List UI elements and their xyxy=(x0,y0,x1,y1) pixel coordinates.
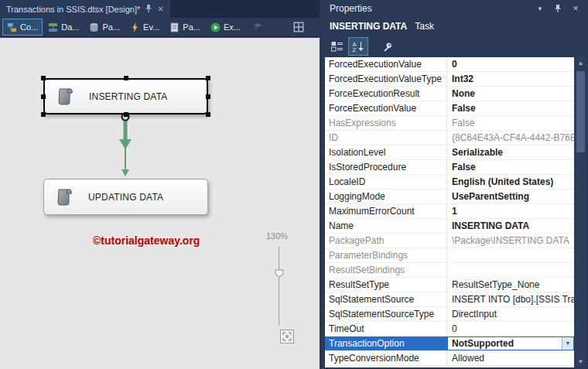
selection-handle[interactable] xyxy=(206,94,210,99)
precedence-constraint-arrow[interactable] xyxy=(101,111,150,183)
zoom-level-label: 130% xyxy=(258,231,296,241)
event-handlers-icon xyxy=(130,22,140,32)
task-label: UPDATING DATA xyxy=(88,192,163,203)
designer-tab-event-handlers[interactable]: Ev... xyxy=(126,19,163,35)
property-row[interactable]: IsStoredProcedureFalse xyxy=(325,160,574,175)
parameters-icon xyxy=(89,22,99,32)
window-grid-icon[interactable] xyxy=(293,22,304,32)
pin-icon[interactable] xyxy=(552,2,564,15)
property-row[interactable]: ResultSetBindings xyxy=(325,263,574,278)
selection-handle[interactable] xyxy=(206,76,210,80)
selection-handle[interactable] xyxy=(206,112,210,117)
execute-sql-task-icon xyxy=(54,186,76,208)
selection-handle[interactable] xyxy=(41,112,46,117)
document-tab-title: Transactions in SSIS.dtsx [Design]* xyxy=(6,5,140,14)
properties-titlebar[interactable]: Properties ▾ ✕ xyxy=(323,0,588,17)
pin-icon[interactable] xyxy=(145,4,152,15)
property-row[interactable]: MaximumErrorCount1 xyxy=(325,204,574,219)
alphabetical-sort-icon[interactable]: AZ xyxy=(349,38,368,55)
property-row[interactable]: TimeOut0 xyxy=(325,322,574,337)
property-row[interactable]: NameINSERTING DATA xyxy=(325,219,574,234)
designer-tab-label: Ev... xyxy=(143,22,159,32)
zoom-control: 130% xyxy=(258,231,296,241)
property-row[interactable]: ForceExecutionValueFalse xyxy=(325,101,574,116)
property-row[interactable]: ForcedExecutionValueTypeInt32 xyxy=(325,72,574,87)
scrollbar-thumb[interactable] xyxy=(576,71,585,152)
window-menu-icon[interactable]: ▾ xyxy=(534,2,546,15)
designer-tab-parameters[interactable]: Pa... xyxy=(85,19,124,35)
document-tabstrip: Transactions in SSIS.dtsx [Design]* ✕ xyxy=(0,0,320,18)
property-row[interactable]: ForcedExecutionValue0 xyxy=(325,57,574,72)
object-type: Task xyxy=(415,21,434,32)
selection-handle[interactable] xyxy=(124,76,128,80)
designer-tab-label: Ex... xyxy=(224,22,241,32)
property-row[interactable]: PackagePath\Package\INSERTING DATA xyxy=(325,234,574,248)
property-row[interactable]: ForceExecutionResultNone xyxy=(325,87,574,101)
designer-tab-label: Pa... xyxy=(183,22,200,32)
selection-handle[interactable] xyxy=(41,94,46,99)
properties-title: Properties xyxy=(330,3,372,14)
control-flow-icon xyxy=(7,22,17,32)
property-row[interactable]: TypeConversionModeAllowed xyxy=(325,351,574,366)
object-name: INSERTING DATA xyxy=(330,21,407,32)
zoom-slider-track[interactable] xyxy=(279,247,280,326)
scroll-up-icon[interactable]: ▲ xyxy=(575,57,586,69)
property-row[interactable]: LocaleIDEnglish (United States) xyxy=(325,175,574,190)
designer-tab-label: Da... xyxy=(61,22,79,32)
scroll-down-icon[interactable]: ▼ xyxy=(575,356,586,367)
dropdown-button[interactable]: ▼ xyxy=(562,337,573,350)
fit-to-window-button[interactable] xyxy=(280,330,294,343)
selected-object-header: INSERTING DATA Task xyxy=(323,17,588,36)
property-row[interactable]: ParameterBindings xyxy=(325,248,574,263)
task-inserting-data[interactable]: INSERTING DATA xyxy=(43,78,208,114)
property-row[interactable]: SqlStatementSourceTypeDirectInput xyxy=(325,307,574,322)
designer-tab-data-flow[interactable]: Da... xyxy=(44,19,83,35)
property-row[interactable]: SqlStatementSourceINSERT INTO [dbo].[SSI… xyxy=(325,292,574,307)
designer-toolbar: Co... Da... Pa... Ev... xyxy=(0,18,320,37)
close-icon[interactable]: ✕ xyxy=(157,5,163,13)
zoom-slider-handle[interactable] xyxy=(275,267,284,275)
package-cube-icon[interactable] xyxy=(253,22,263,32)
design-canvas[interactable]: INSERTING DATA UPDATING DATA ©tutorialga… xyxy=(0,37,320,369)
designer-tab-label: Pa... xyxy=(102,22,120,32)
properties-scrollbar[interactable]: ▲ ▼ xyxy=(575,57,586,367)
designer-tab-execution-results[interactable]: Ex... xyxy=(207,19,244,35)
close-icon[interactable]: ✕ xyxy=(569,2,582,15)
svg-text:Z: Z xyxy=(353,46,357,53)
watermark-text: ©tutorialgateway.org xyxy=(93,234,200,247)
designer-pane: Transactions in SSIS.dtsx [Design]* ✕ Co… xyxy=(0,0,320,369)
selection-handle[interactable] xyxy=(124,112,128,117)
property-row[interactable]: ResultSetTypeResultSetType_None xyxy=(325,278,574,292)
task-updating-data[interactable]: UPDATING DATA xyxy=(43,179,208,215)
execution-results-icon xyxy=(210,22,220,32)
properties-toolbar: AZ xyxy=(323,36,588,57)
property-row[interactable]: ID{8C64E43A-CF4A-4442-B76E-A7 xyxy=(325,131,574,145)
property-grid: ForcedExecutionValue0 ForcedExecutionVal… xyxy=(325,57,574,367)
property-value: NotSupported xyxy=(452,338,514,349)
categorized-icon[interactable] xyxy=(328,38,347,55)
property-pages-icon[interactable] xyxy=(378,38,397,55)
property-row[interactable]: IsolationLevelSerializable xyxy=(325,145,574,160)
selection-handle[interactable] xyxy=(41,76,46,80)
ide-window: Transactions in SSIS.dtsx [Design]* ✕ Co… xyxy=(0,0,588,369)
package-explorer-icon xyxy=(169,22,179,32)
execute-sql-task-icon xyxy=(55,86,77,108)
designer-tab-package-explorer[interactable]: Pa... xyxy=(166,19,204,35)
task-label: INSERTING DATA xyxy=(89,91,167,102)
properties-panel: Properties ▾ ✕ INSERTING DATA Task AZ xyxy=(323,0,588,369)
document-tab[interactable]: Transactions in SSIS.dtsx [Design]* ✕ xyxy=(0,0,170,18)
property-row-transactionoption[interactable]: TransactionOption NotSupported▼ xyxy=(325,337,574,351)
designer-tab-label: Co... xyxy=(20,22,38,32)
property-row[interactable]: HasExpressionsFalse xyxy=(325,116,574,131)
property-row[interactable]: LoggingModeUseParentSetting xyxy=(325,190,574,204)
data-flow-icon xyxy=(48,22,58,32)
designer-tab-control-flow[interactable]: Co... xyxy=(3,19,42,35)
